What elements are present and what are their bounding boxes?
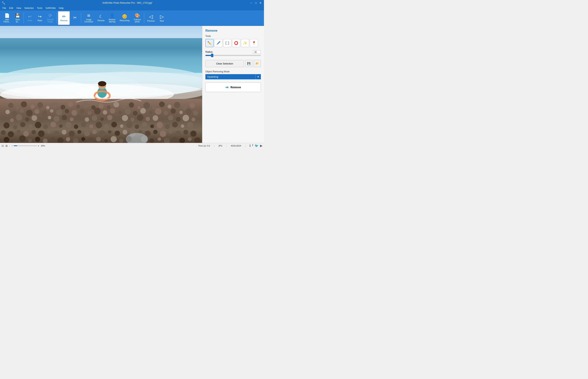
svg-point-96 bbox=[81, 122, 86, 127]
svg-point-62 bbox=[16, 114, 22, 121]
svg-point-105 bbox=[150, 124, 154, 128]
svg-point-50 bbox=[125, 109, 131, 114]
colorize-photo-button[interactable]: 🎨 Colorize photo bbox=[132, 11, 143, 25]
menu-view[interactable]: View bbox=[15, 6, 23, 10]
image-correction-icon: ≋ bbox=[87, 14, 90, 18]
load-selection-button[interactable]: 📂 bbox=[254, 60, 261, 67]
undo-icon: ↩ bbox=[28, 15, 32, 19]
stamp-icon: 📍 bbox=[252, 41, 256, 45]
next-button[interactable]: ▷ Next bbox=[157, 11, 167, 25]
svg-point-18 bbox=[76, 105, 80, 109]
svg-point-99 bbox=[104, 124, 109, 129]
zoom-100-button[interactable]: ⊞ bbox=[5, 144, 8, 147]
svg-point-60 bbox=[2, 116, 7, 121]
save-selection-button[interactable]: 💾 bbox=[245, 60, 252, 67]
undo-button[interactable]: ↩ Undo bbox=[25, 11, 34, 25]
svg-point-74 bbox=[107, 115, 112, 120]
svg-point-43 bbox=[71, 110, 77, 116]
svg-point-92 bbox=[50, 122, 56, 127]
svg-point-77 bbox=[131, 118, 134, 121]
svg-point-42 bbox=[65, 109, 69, 113]
zoom-in-button[interactable]: + bbox=[38, 144, 39, 147]
svg-point-110 bbox=[187, 122, 193, 128]
clear-selection-button[interactable]: Clear Selection bbox=[205, 60, 244, 67]
svg-point-35 bbox=[11, 111, 17, 116]
zoom-out-button[interactable]: − bbox=[11, 144, 13, 147]
sep3: | bbox=[226, 145, 227, 147]
svg-point-97 bbox=[89, 124, 93, 128]
svg-point-25 bbox=[129, 102, 134, 108]
svg-point-54 bbox=[155, 108, 162, 115]
svg-point-82 bbox=[168, 115, 173, 121]
magic-wand-button[interactable]: ✨ bbox=[241, 39, 249, 47]
mode-dropdown[interactable]: Inpainting Content-Aware Fill Texture Sy… bbox=[205, 74, 255, 79]
svg-point-75 bbox=[115, 117, 120, 122]
object-removing-mode-label: Object Removing Mode bbox=[205, 70, 261, 73]
pencil-tool-button[interactable]: ✏️ bbox=[205, 39, 213, 47]
eraser-tool-button[interactable]: 🖊️ bbox=[214, 39, 222, 47]
menu-help[interactable]: Help bbox=[57, 6, 65, 10]
zoom-controls: − + bbox=[11, 144, 39, 147]
canvas-area[interactable] bbox=[0, 26, 202, 143]
discard-image-button[interactable]: ⟳ Discard Image bbox=[45, 11, 55, 25]
svg-point-115 bbox=[32, 130, 36, 134]
maximize-button[interactable]: □ bbox=[254, 1, 258, 5]
magic-brush-button[interactable]: ✂ bbox=[70, 11, 80, 25]
svg-point-131 bbox=[153, 130, 158, 134]
facebook-icon[interactable]: f bbox=[252, 144, 253, 147]
info-icon[interactable]: ℹ bbox=[249, 144, 251, 147]
remove-button[interactable]: ✏ Remove bbox=[58, 11, 70, 25]
retouching-button[interactable]: 😊 Retouching bbox=[118, 11, 131, 25]
svg-point-135 bbox=[183, 130, 188, 135]
minimize-button[interactable]: ─ bbox=[249, 1, 253, 5]
rect-select-button[interactable] bbox=[223, 39, 231, 47]
save-as-label: Save as... bbox=[16, 18, 20, 23]
denoise-label: Denoise bbox=[98, 19, 105, 22]
menu-file[interactable]: File bbox=[1, 6, 8, 10]
stamp-button[interactable]: 📍 bbox=[250, 39, 258, 47]
magic-brush-icon: ✂ bbox=[73, 16, 77, 20]
lasso-button[interactable]: ⭕ bbox=[232, 39, 240, 47]
reduce-blurring-button[interactable]: 👤 Reduce blurring bbox=[107, 11, 117, 25]
menu-softorbits[interactable]: SoftOrbits bbox=[44, 6, 57, 10]
svg-point-14 bbox=[46, 106, 49, 109]
menu-edit[interactable]: Edit bbox=[8, 6, 15, 10]
status-icons: ℹ f 🐦 ▶ bbox=[249, 144, 262, 147]
svg-point-34 bbox=[5, 110, 10, 114]
zoom-fit-button[interactable]: ⊡ bbox=[1, 144, 4, 147]
svg-point-106 bbox=[157, 122, 163, 128]
svg-point-45 bbox=[87, 111, 91, 115]
save-selection-icon: 💾 bbox=[247, 62, 250, 65]
denoise-button[interactable]: ☾ Denoise bbox=[96, 11, 106, 25]
zoom-slider[interactable] bbox=[14, 145, 37, 146]
svg-point-10 bbox=[16, 106, 19, 110]
redo-button[interactable]: ↪ Redo bbox=[35, 11, 45, 25]
svg-point-9 bbox=[8, 103, 14, 108]
dropdown-arrow[interactable]: ▼ bbox=[255, 74, 261, 79]
svg-point-67 bbox=[53, 116, 60, 122]
previous-button[interactable]: ◁ Previous bbox=[145, 11, 157, 25]
save-as-button[interactable]: 💾 Save as... bbox=[13, 11, 22, 25]
zoom-fill bbox=[14, 145, 17, 146]
svg-point-19 bbox=[83, 102, 89, 108]
twitter-icon[interactable]: 🐦 bbox=[255, 144, 259, 147]
svg-point-30 bbox=[167, 105, 171, 109]
menu-selection[interactable]: Selection bbox=[23, 6, 35, 10]
radius-input[interactable] bbox=[253, 50, 261, 54]
add-files-button[interactable]: 📄 Add File(s)... bbox=[1, 11, 12, 25]
close-button[interactable]: ✕ bbox=[259, 1, 262, 5]
radius-slider-thumb[interactable] bbox=[211, 54, 213, 57]
menubar: File Edit View Selection Tools SoftOrbit… bbox=[0, 6, 264, 10]
youtube-icon[interactable]: ▶ bbox=[260, 144, 262, 147]
remove-action-button[interactable]: ⇒ Remove bbox=[205, 82, 261, 92]
image-correction-button[interactable]: ≋ Image Correction bbox=[82, 11, 95, 25]
menu-tools[interactable]: Tools bbox=[35, 6, 44, 10]
image-correction-label: Image Correction bbox=[84, 18, 93, 23]
svg-point-141 bbox=[35, 137, 40, 142]
svg-point-108 bbox=[172, 122, 178, 127]
add-files-label: Add File(s)... bbox=[3, 18, 10, 23]
svg-point-103 bbox=[135, 125, 139, 129]
svg-point-81 bbox=[161, 118, 165, 121]
svg-point-57 bbox=[179, 111, 183, 114]
svg-point-63 bbox=[25, 117, 29, 122]
